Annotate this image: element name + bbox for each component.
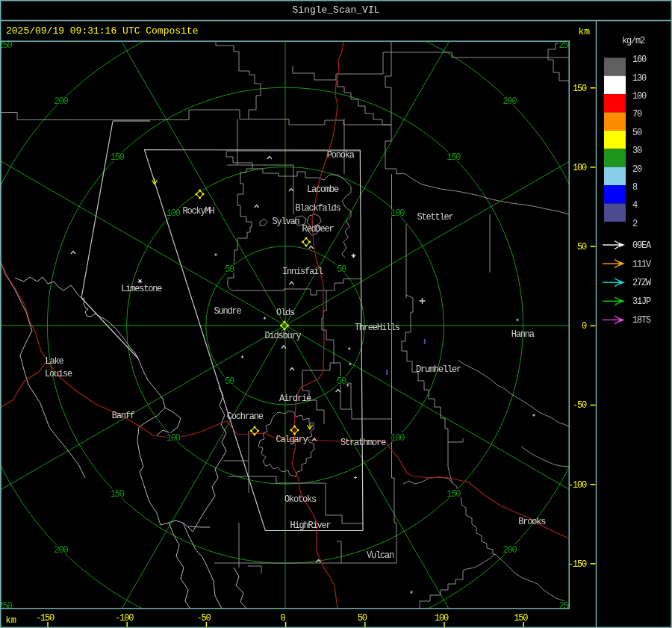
svg-text:Innisfail: Innisfail bbox=[282, 267, 323, 277]
svg-text:150: 150 bbox=[573, 84, 587, 94]
svg-text:150: 150 bbox=[447, 152, 461, 163]
svg-text:18TS: 18TS bbox=[632, 315, 651, 326]
svg-text:Brooks: Brooks bbox=[518, 517, 546, 527]
svg-text:200: 200 bbox=[55, 545, 69, 556]
svg-text:100: 100 bbox=[632, 91, 647, 102]
svg-text:50: 50 bbox=[337, 264, 346, 275]
svg-text:2025/09/19 09:31:16 UTC Compos: 2025/09/19 09:31:16 UTC Composite bbox=[6, 25, 198, 37]
svg-text:8: 8 bbox=[632, 182, 638, 193]
svg-text:-100: -100 bbox=[115, 613, 134, 624]
svg-text:0: 0 bbox=[582, 321, 587, 332]
svg-text:Sundre: Sundre bbox=[214, 306, 242, 317]
svg-text:50: 50 bbox=[225, 376, 234, 387]
svg-text:-100: -100 bbox=[568, 480, 587, 491]
svg-text:km: km bbox=[578, 26, 590, 37]
svg-text:Okotoks: Okotoks bbox=[284, 494, 317, 505]
svg-text:Olds: Olds bbox=[276, 308, 295, 318]
svg-text:Vulcan: Vulcan bbox=[367, 550, 394, 561]
svg-text:2: 2 bbox=[632, 219, 638, 229]
svg-text:Cochrane: Cochrane bbox=[227, 411, 264, 422]
svg-text:Louise: Louise bbox=[45, 369, 72, 379]
svg-text:200: 200 bbox=[55, 96, 69, 107]
svg-text:Banff: Banff bbox=[112, 411, 135, 421]
svg-text:Airdrie: Airdrie bbox=[279, 394, 311, 404]
svg-text:Stettler: Stettler bbox=[417, 212, 454, 223]
svg-text:kg/m2: kg/m2 bbox=[622, 36, 645, 46]
svg-text:Sylvan: Sylvan bbox=[272, 217, 299, 227]
svg-text:HighRiver: HighRiver bbox=[290, 520, 331, 531]
svg-text:50: 50 bbox=[577, 242, 587, 252]
svg-text:Drumheller: Drumheller bbox=[416, 364, 461, 375]
svg-text:Lacombe: Lacombe bbox=[307, 184, 339, 195]
svg-text:150: 150 bbox=[514, 613, 528, 624]
svg-text:100: 100 bbox=[167, 208, 181, 219]
svg-text:4: 4 bbox=[632, 200, 638, 211]
svg-text:200: 200 bbox=[503, 96, 517, 107]
svg-text:Blackfalds: Blackfalds bbox=[296, 203, 341, 214]
svg-text:RedDeer: RedDeer bbox=[302, 224, 334, 234]
svg-text:111V: 111V bbox=[632, 259, 652, 270]
svg-text:RockyMH: RockyMH bbox=[182, 206, 214, 217]
svg-text:Hanna: Hanna bbox=[511, 329, 535, 340]
svg-text:Calgary: Calgary bbox=[276, 435, 308, 445]
svg-text:100: 100 bbox=[573, 163, 587, 173]
svg-text:150: 150 bbox=[111, 489, 125, 500]
svg-text:50: 50 bbox=[337, 376, 346, 387]
svg-text:Single_Scan_VIL: Single_Scan_VIL bbox=[292, 4, 379, 16]
svg-text:50: 50 bbox=[225, 264, 234, 275]
svg-text:100: 100 bbox=[167, 433, 181, 444]
svg-text:70: 70 bbox=[632, 109, 642, 119]
svg-text:Lake: Lake bbox=[46, 356, 64, 367]
svg-text:-150: -150 bbox=[568, 559, 587, 570]
svg-text:130: 130 bbox=[632, 73, 647, 84]
svg-text:-150: -150 bbox=[36, 613, 55, 624]
svg-text:160: 160 bbox=[632, 55, 647, 65]
svg-text:50: 50 bbox=[358, 613, 367, 624]
svg-text:Limestone: Limestone bbox=[121, 284, 162, 294]
svg-text:0: 0 bbox=[281, 613, 286, 624]
svg-text:-50: -50 bbox=[573, 400, 587, 411]
svg-text:Strathmore: Strathmore bbox=[340, 438, 386, 448]
svg-text:50: 50 bbox=[632, 128, 642, 138]
svg-text:100: 100 bbox=[435, 613, 449, 624]
svg-text:Ponoka: Ponoka bbox=[327, 150, 355, 161]
svg-text:-50: -50 bbox=[196, 613, 211, 624]
svg-text:30: 30 bbox=[632, 146, 642, 156]
svg-text:km: km bbox=[6, 615, 16, 626]
svg-text:100: 100 bbox=[391, 208, 405, 219]
svg-text:09EA: 09EA bbox=[632, 240, 652, 251]
svg-text:20: 20 bbox=[632, 164, 642, 175]
svg-text:100: 100 bbox=[391, 433, 405, 444]
svg-text:31JP: 31JP bbox=[632, 296, 651, 307]
svg-text:ThreeHills: ThreeHills bbox=[355, 323, 400, 333]
svg-text:27ZW: 27ZW bbox=[632, 278, 652, 288]
svg-text:Didsbury: Didsbury bbox=[265, 331, 302, 341]
svg-text:200: 200 bbox=[503, 545, 517, 556]
svg-text:150: 150 bbox=[111, 152, 125, 163]
svg-text:150: 150 bbox=[447, 489, 461, 500]
